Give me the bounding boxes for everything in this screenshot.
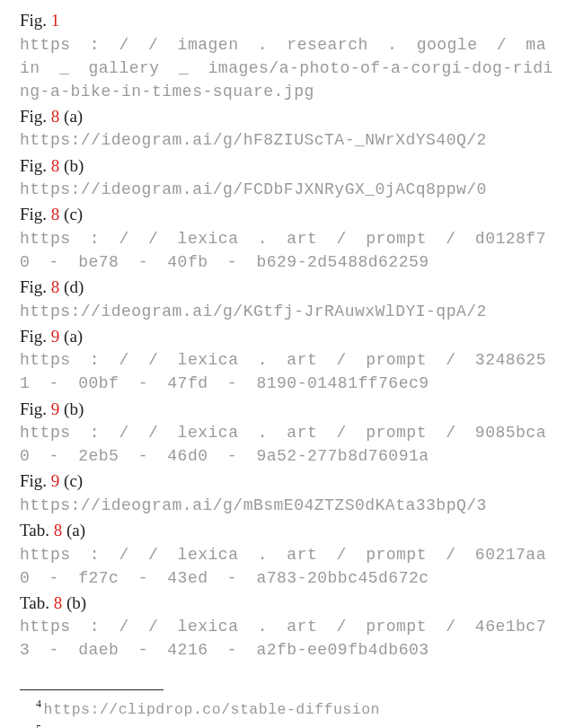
reference-list: Fig. 1https : / / imagen . research . go… xyxy=(20,9,555,662)
reference-label-line: Fig. 8 (d) xyxy=(20,276,555,300)
reference-entry: Fig. 8 (b)https://ideogram.ai/g/FCDbFJXN… xyxy=(20,154,555,202)
reference-entry: Tab. 8 (b)https : / / lexica . art / pro… xyxy=(20,592,555,662)
footnotes: 4https://clipdrop.co/stable-diffusion5ht… xyxy=(20,696,555,728)
reference-type: Tab. xyxy=(20,593,54,612)
reference-subfigure: (b) xyxy=(62,593,86,612)
reference-subfigure: (b) xyxy=(59,399,84,418)
reference-number: 8 xyxy=(51,107,60,126)
footnote-separator xyxy=(20,689,164,690)
reference-type: Fig. xyxy=(20,471,51,490)
reference-type: Fig. xyxy=(20,11,51,30)
reference-url[interactable]: https : / / lexica . art / prompt / 3248… xyxy=(20,348,555,395)
footnote-entry: 5https : / / docs . midjourney . com / d… xyxy=(20,721,555,728)
reference-entry: Fig. 9 (c)https://ideogram.ai/g/mBsmE04Z… xyxy=(20,469,555,517)
reference-subfigure: (a) xyxy=(62,521,85,539)
footnote-marker: 4 xyxy=(36,697,42,710)
reference-subfigure: (b) xyxy=(59,156,84,175)
reference-type: Fig. xyxy=(20,156,51,175)
reference-number: 1 xyxy=(51,11,60,30)
reference-type: Fig. xyxy=(20,399,51,418)
footnote-marker: 5 xyxy=(36,723,42,728)
reference-number: 8 xyxy=(54,593,63,612)
reference-number: 9 xyxy=(51,327,60,346)
reference-url[interactable]: https : / / lexica . art / prompt / 9085… xyxy=(20,421,555,468)
reference-subfigure: (a) xyxy=(59,107,83,126)
reference-subfigure: (d) xyxy=(59,277,84,296)
reference-label-line: Fig. 8 (c) xyxy=(20,203,555,227)
reference-entry: Fig. 9 (b)https : / / lexica . art / pro… xyxy=(20,398,555,469)
reference-url[interactable]: https://ideogram.ai/g/mBsmE04ZTZS0dKAta3… xyxy=(20,494,555,517)
reference-label-line: Fig. 9 (b) xyxy=(20,398,555,422)
reference-entry: Fig. 8 (a)https://ideogram.ai/g/hF8ZIUSc… xyxy=(20,105,555,153)
reference-label-line: Tab. 8 (b) xyxy=(20,592,555,616)
reference-label-line: Fig. 1 xyxy=(20,9,555,33)
reference-subfigure: (a) xyxy=(59,327,83,346)
reference-entry: Fig. 8 (d)https://ideogram.ai/g/KGtfj-Jr… xyxy=(20,276,555,323)
reference-type: Fig. xyxy=(20,327,51,346)
reference-label-line: Fig. 9 (c) xyxy=(20,469,555,494)
reference-url[interactable]: https://ideogram.ai/g/KGtfj-JrRAuwxWlDYI… xyxy=(20,300,555,323)
reference-label-line: Tab. 8 (a) xyxy=(20,519,555,543)
reference-label-line: Fig. 8 (b) xyxy=(20,154,555,179)
reference-entry: Tab. 8 (a)https : / / lexica . art / pro… xyxy=(20,519,555,590)
reference-type: Fig. xyxy=(20,205,51,224)
footnote-entry: 4https://clipdrop.co/stable-diffusion xyxy=(20,696,555,721)
reference-url[interactable]: https : / / lexica . art / prompt / 46e1… xyxy=(20,615,555,662)
reference-label-line: Fig. 8 (a) xyxy=(20,105,555,129)
reference-type: Fig. xyxy=(20,277,51,296)
reference-entry: Fig. 8 (c)https : / / lexica . art / pro… xyxy=(20,203,555,274)
reference-number: 8 xyxy=(51,156,60,175)
reference-number: 8 xyxy=(51,205,60,224)
reference-type: Tab. xyxy=(20,521,54,539)
reference-entry: Fig. 9 (a)https : / / lexica . art / pro… xyxy=(20,325,555,396)
reference-url[interactable]: https : / / lexica . art / prompt / 6021… xyxy=(20,543,555,590)
reference-url[interactable]: https://ideogram.ai/g/hF8ZIUScTA-_NWrXdY… xyxy=(20,128,555,152)
reference-entry: Fig. 1https : / / imagen . research . go… xyxy=(20,9,555,103)
reference-number: 8 xyxy=(51,277,60,296)
reference-label-line: Fig. 9 (a) xyxy=(20,325,555,349)
reference-url[interactable]: https://ideogram.ai/g/FCDbFJXNRyGX_0jACq… xyxy=(20,178,555,201)
reference-number: 9 xyxy=(51,399,60,418)
reference-number: 8 xyxy=(54,521,63,539)
reference-url[interactable]: https : / / lexica . art / prompt / d012… xyxy=(20,227,555,274)
reference-url[interactable]: https : / / imagen . research . google /… xyxy=(20,33,555,103)
reference-subfigure: (c) xyxy=(59,205,83,224)
reference-type: Fig. xyxy=(20,107,51,126)
footnote-url[interactable]: https://clipdrop.co/stable-diffusion xyxy=(44,700,380,717)
reference-number: 9 xyxy=(51,471,60,490)
reference-subfigure: (c) xyxy=(59,471,83,490)
